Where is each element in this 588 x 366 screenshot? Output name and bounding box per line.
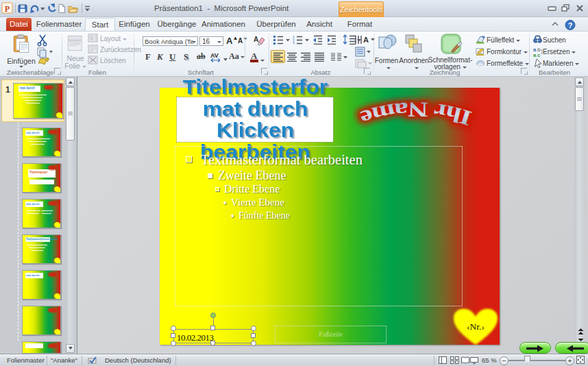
svg-text:3: 3 — [293, 42, 295, 45]
svg-text:AV: AV — [210, 52, 219, 59]
svg-text:a: a — [533, 52, 537, 57]
svg-text:?: ? — [568, 21, 573, 29]
svg-text:P: P — [5, 4, 10, 14]
svg-text:‹Nr.›: ‹Nr.› — [467, 321, 485, 332]
svg-text:A: A — [254, 36, 258, 43]
svg-text:A: A — [363, 36, 369, 44]
svg-text:c: c — [537, 52, 541, 57]
svg-text:Ihr Name: Ihr Name — [358, 97, 475, 130]
